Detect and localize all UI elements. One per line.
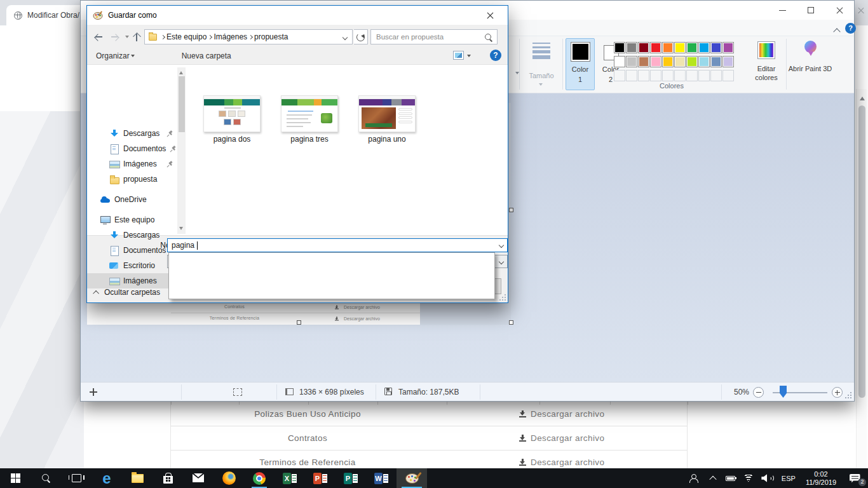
palette-empty-slot[interactable] — [710, 70, 722, 81]
palette-color[interactable] — [698, 56, 710, 67]
paint-help-button[interactable]: ? — [845, 23, 856, 34]
canvas-resize-handle[interactable] — [297, 320, 301, 325]
download-link[interactable]: Descargar archivo — [519, 458, 604, 467]
publisher-button[interactable]: P — [336, 468, 366, 488]
store-button[interactable] — [153, 468, 183, 488]
palette-empty-slot[interactable] — [698, 70, 710, 81]
palette-empty-slot[interactable] — [674, 70, 686, 81]
canvas-resize-handle[interactable] — [509, 208, 513, 212]
open-paint3d-button[interactable]: Abrir Paint 3D — [790, 39, 831, 91]
clock[interactable]: 0:0211/9/2019 — [801, 468, 841, 488]
search-input[interactable] — [371, 30, 497, 44]
palette-empty-slot[interactable] — [650, 70, 661, 81]
palette-color[interactable] — [650, 42, 661, 53]
view-mode-icon[interactable] — [453, 51, 464, 60]
powerpoint-button[interactable]: P — [305, 468, 336, 488]
browser-scrollbar[interactable] — [856, 89, 867, 488]
file-explorer-button[interactable] — [122, 468, 153, 488]
maximize-button[interactable] — [797, 1, 825, 20]
palette-color[interactable] — [686, 56, 698, 67]
zoom-in-button[interactable] — [832, 387, 843, 398]
window-resize-grip[interactable] — [844, 391, 851, 398]
palette-color[interactable] — [674, 56, 686, 67]
zoom-out-button[interactable] — [753, 387, 764, 398]
breadcrumb[interactable]: Este equipo Imágenes propuesta — [144, 29, 353, 44]
start-button[interactable] — [0, 468, 31, 488]
excel-button[interactable]: X — [275, 468, 305, 488]
nav-history-dropdown-icon[interactable] — [125, 36, 129, 40]
refresh-button[interactable] — [354, 29, 368, 44]
palette-empty-slot[interactable] — [722, 70, 734, 81]
volume-button[interactable] — [757, 468, 776, 488]
nav-up-icon[interactable] — [132, 32, 142, 42]
palette-empty-slot[interactable] — [614, 70, 625, 81]
breadcrumb-segment[interactable]: Imágenes — [207, 32, 247, 41]
collapse-ribbon-icon[interactable] — [834, 27, 840, 33]
palette-color[interactable] — [614, 42, 625, 53]
sidebar-item[interactable]: Documentos — [87, 141, 177, 156]
sidebar-item[interactable]: Descargas — [87, 126, 177, 141]
dialog-resize-grip[interactable] — [499, 294, 506, 301]
battery-button[interactable] — [722, 468, 740, 488]
task-view-button[interactable] — [61, 468, 92, 488]
palette-color[interactable] — [638, 56, 649, 67]
palette-color[interactable] — [722, 42, 734, 53]
dialog-close-button[interactable] — [476, 6, 508, 25]
minimize-button[interactable] — [768, 1, 797, 20]
palette-color[interactable] — [638, 42, 649, 53]
search-icon[interactable] — [485, 34, 492, 41]
action-center-button[interactable]: 2 — [841, 468, 868, 488]
taskbar-search-button[interactable] — [31, 468, 61, 488]
filename-input[interactable]: pagina — [167, 238, 508, 252]
breadcrumb-segment[interactable]: propuesta — [247, 32, 288, 41]
show-hidden-icons-button[interactable] — [704, 468, 722, 488]
word-button[interactable]: W — [366, 468, 397, 488]
sidebar-item[interactable]: propuesta — [87, 172, 177, 187]
sidebar-scrollbar[interactable] — [177, 67, 186, 234]
download-link[interactable]: Descargar archivo — [519, 433, 604, 443]
sidebar-item[interactable]: Imágenes — [87, 156, 177, 172]
palette-color[interactable] — [686, 42, 698, 53]
palette-color[interactable] — [614, 56, 625, 67]
hide-folders-button[interactable]: Ocultar carpetas — [95, 288, 160, 297]
scroll-down-icon[interactable] — [179, 227, 183, 232]
help-button[interactable]: ? — [490, 50, 501, 61]
organize-button[interactable]: Organizar — [96, 51, 135, 60]
palette-color[interactable] — [662, 42, 674, 53]
palette-color[interactable] — [722, 56, 734, 67]
filename-autocomplete-dropdown[interactable] — [168, 252, 495, 299]
palette-color[interactable] — [698, 42, 710, 53]
browser-close-icon[interactable] — [858, 8, 864, 14]
palette-color[interactable] — [626, 56, 637, 67]
nav-back-icon[interactable] — [93, 32, 104, 42]
palette-color[interactable] — [674, 42, 686, 53]
scroll-up-icon[interactable] — [860, 94, 865, 100]
sidebar-item[interactable]: OneDrive — [87, 192, 177, 207]
canvas-resize-handle[interactable] — [509, 320, 513, 325]
filename-dropdown-icon[interactable] — [499, 243, 504, 248]
file-item-pagina-uno[interactable]: pagina uno — [358, 95, 416, 144]
network-button[interactable] — [740, 468, 757, 488]
language-indicator[interactable]: ESP — [776, 468, 801, 488]
file-item-pagina-dos[interactable]: pagina dos — [203, 95, 261, 144]
file-item-pagina-tres[interactable]: pagina tres — [280, 95, 339, 144]
palette-color[interactable] — [626, 42, 637, 53]
edge-button[interactable]: e — [92, 468, 122, 488]
address-dropdown-icon[interactable] — [342, 35, 348, 40]
scroll-up-icon[interactable] — [179, 69, 183, 74]
palette-empty-slot[interactable] — [662, 70, 674, 81]
palette-color[interactable] — [662, 56, 674, 67]
palette-color[interactable] — [710, 56, 722, 67]
people-button[interactable] — [682, 468, 704, 488]
paint-button[interactable] — [397, 468, 427, 488]
palette-color[interactable] — [710, 42, 722, 53]
chrome-button[interactable] — [244, 468, 275, 488]
close-button[interactable] — [825, 1, 854, 20]
palette-color[interactable] — [650, 56, 661, 67]
mail-button[interactable] — [183, 468, 214, 488]
zoom-slider-thumb[interactable] — [780, 386, 787, 398]
breadcrumb-segment[interactable]: Este equipo — [159, 32, 207, 41]
firefox-button[interactable] — [214, 468, 244, 488]
palette-empty-slot[interactable] — [638, 70, 649, 81]
scrollbar-thumb[interactable] — [858, 105, 865, 398]
